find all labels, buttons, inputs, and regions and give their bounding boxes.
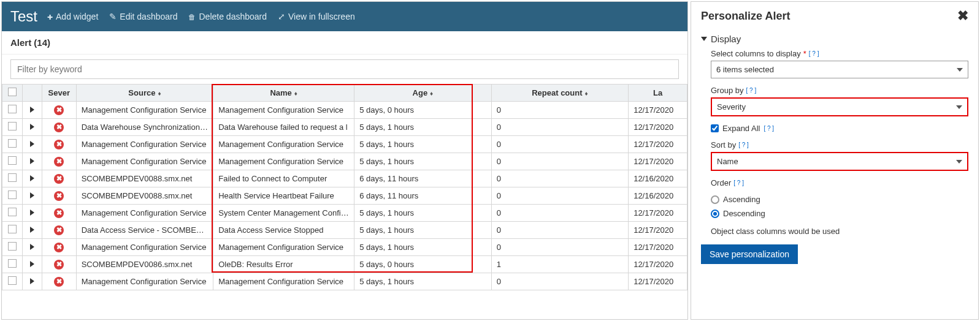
cell-age: 5 days, 1 hours <box>354 153 492 170</box>
table-row[interactable]: ✖Management Configuration ServiceManagem… <box>2 102 687 119</box>
sort-icon: ♦ <box>585 90 588 97</box>
expand-row-icon[interactable] <box>30 158 34 164</box>
panel-title: Personalize Alert <box>701 10 790 23</box>
severity-critical-icon: ✖ <box>54 105 64 115</box>
severity-critical-icon: ✖ <box>54 140 64 149</box>
expand-row-icon[interactable] <box>30 107 34 113</box>
expand-row-icon[interactable] <box>30 210 34 216</box>
expand-row-icon[interactable] <box>30 141 34 147</box>
close-icon[interactable]: ✖ <box>957 8 968 24</box>
edit-dashboard-button[interactable]: Edit dashboard <box>109 12 177 21</box>
cell-name: Health Service Heartbeat Failure <box>213 187 354 205</box>
table-row[interactable]: ✖SCOMBEMPDEV0088.smx.netHealth Service H… <box>2 187 687 205</box>
cell-source: Management Configuration Service <box>76 153 213 170</box>
help-icon[interactable]: [ ? ] <box>738 142 749 148</box>
cell-repeat: 1 <box>491 256 629 273</box>
row-checkbox[interactable] <box>8 105 17 113</box>
cell-repeat: 0 <box>491 119 629 136</box>
expand-row-icon[interactable] <box>30 175 34 181</box>
table-row[interactable]: ✖Management Configuration ServiceManagem… <box>2 273 687 290</box>
cell-last: 12/17/2020 <box>629 205 687 222</box>
chevron-down-icon <box>701 37 707 41</box>
row-checkbox[interactable] <box>8 139 17 148</box>
table-row[interactable]: ✖SCOMBEMPDEV0088.smx.netFailed to Connec… <box>2 170 687 187</box>
help-icon[interactable]: [ ? ] <box>733 179 744 186</box>
col-source[interactable]: Source♦ <box>76 85 213 102</box>
col-age[interactable]: Age♦ <box>354 85 492 102</box>
select-all-checkbox[interactable] <box>8 88 17 96</box>
table-row[interactable]: ✖Data Warehouse Synchronization SeData W… <box>2 119 687 136</box>
cell-age: 6 days, 11 hours <box>354 170 492 187</box>
plus-icon <box>47 12 53 21</box>
cell-source: Management Configuration Service <box>76 239 213 256</box>
row-checkbox[interactable] <box>8 122 17 130</box>
order-ascending-radio[interactable]: Ascending <box>711 195 968 204</box>
cell-age: 5 days, 1 hours <box>354 136 492 153</box>
expand-all-label: Expand All <box>722 124 760 133</box>
row-checkbox[interactable] <box>8 156 17 165</box>
chevron-down-icon <box>957 68 963 72</box>
help-icon[interactable]: [ ? ] <box>746 87 756 94</box>
row-checkbox[interactable] <box>8 225 17 233</box>
col-name[interactable]: Name♦ <box>213 85 354 102</box>
sort-by-label: Sort by[ ? ] <box>711 140 968 149</box>
table-row[interactable]: ✖Management Configuration ServiceManagem… <box>2 136 687 153</box>
order-descending-radio[interactable]: Descending <box>711 209 968 218</box>
cell-repeat: 0 <box>491 136 629 153</box>
display-section-toggle[interactable]: Display <box>701 34 968 44</box>
sort-by-select[interactable]: Name <box>711 152 968 171</box>
filter-input[interactable] <box>10 59 679 79</box>
dashboard-title: Test <box>10 8 37 25</box>
table-row[interactable]: ✖Management Configuration ServiceManagem… <box>2 239 687 256</box>
table-row[interactable]: ✖Management Configuration ServiceManagem… <box>2 153 687 170</box>
help-icon[interactable]: [ ? ] <box>764 125 774 132</box>
cell-last: 12/16/2020 <box>629 170 687 187</box>
cell-name: Failed to Connect to Computer <box>213 170 354 187</box>
cell-source: Data Access Service - SCOMBEMPDE <box>76 222 213 239</box>
expand-row-icon[interactable] <box>30 261 34 267</box>
table-row[interactable]: ✖Management Configuration ServiceSystem … <box>2 205 687 222</box>
cell-repeat: 0 <box>491 239 629 256</box>
cell-source: Management Configuration Service <box>76 205 213 222</box>
expand-row-icon[interactable] <box>30 227 34 233</box>
table-row[interactable]: ✖Data Access Service - SCOMBEMPDEData Ac… <box>2 222 687 239</box>
delete-dashboard-button[interactable]: Delete dashboard <box>188 12 267 21</box>
cell-last: 12/17/2020 <box>629 119 687 136</box>
widget-title: Alert (14) <box>2 31 687 55</box>
add-widget-button[interactable]: Add widget <box>47 12 98 21</box>
row-checkbox[interactable] <box>8 242 17 251</box>
sort-icon: ♦ <box>294 90 297 97</box>
help-icon[interactable]: [ ? ] <box>809 50 819 57</box>
columns-multiselect[interactable]: 6 items selected <box>711 61 968 78</box>
alerts-table-wrap: Sever Source♦ Name♦ Age♦ Repeat count♦ L… <box>2 84 687 290</box>
row-checkbox[interactable] <box>8 208 17 216</box>
row-checkbox[interactable] <box>8 173 17 182</box>
row-checkbox[interactable] <box>8 276 17 285</box>
fullscreen-button[interactable]: View in fullscreen <box>278 12 355 21</box>
alerts-table: Sever Source♦ Name♦ Age♦ Repeat count♦ L… <box>2 84 687 290</box>
cell-age: 5 days, 1 hours <box>354 222 492 239</box>
cell-source: Data Warehouse Synchronization Se <box>76 119 213 136</box>
severity-critical-icon: ✖ <box>54 225 64 235</box>
row-checkbox[interactable] <box>8 191 17 199</box>
table-row[interactable]: ✖SCOMBEMPDEV0086.smx.netOleDB: Results E… <box>2 256 687 273</box>
expand-row-icon[interactable] <box>30 192 34 198</box>
col-repeat[interactable]: Repeat count♦ <box>491 85 629 102</box>
expand-row-icon[interactable] <box>30 278 34 284</box>
cell-last: 12/17/2020 <box>629 136 687 153</box>
expand-row-icon[interactable] <box>30 124 34 130</box>
cell-name: Data Warehouse failed to request a l <box>213 119 354 136</box>
order-label: Order[ ? ] <box>711 178 968 187</box>
group-by-select[interactable]: Severity <box>711 97 968 116</box>
col-last[interactable]: La <box>629 85 687 102</box>
expand-all-checkbox[interactable] <box>711 124 719 132</box>
cell-last: 12/17/2020 <box>629 222 687 239</box>
cell-last: 12/16/2020 <box>629 187 687 205</box>
cell-name: Data Access Service Stopped <box>213 222 354 239</box>
cell-repeat: 0 <box>491 153 629 170</box>
col-severity[interactable]: Sever <box>42 85 76 102</box>
cell-repeat: 0 <box>491 222 629 239</box>
expand-row-icon[interactable] <box>30 244 34 250</box>
row-checkbox[interactable] <box>8 259 17 268</box>
save-personalization-button[interactable]: Save personalization <box>701 244 798 264</box>
